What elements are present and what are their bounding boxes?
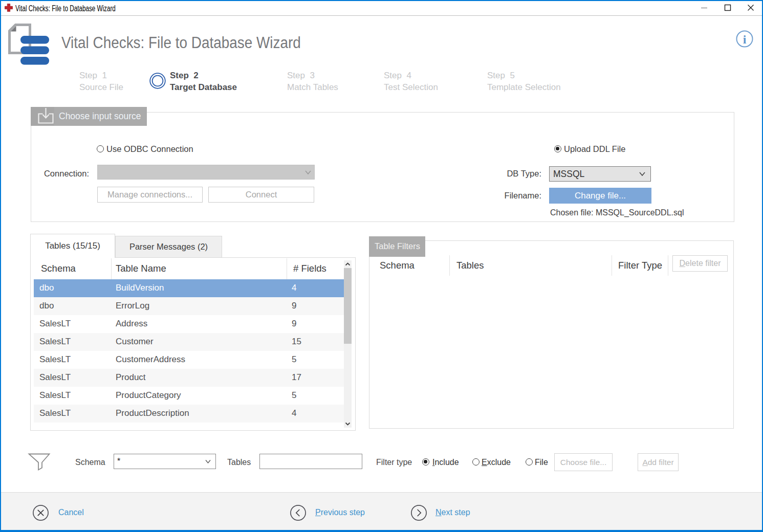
svg-text:i: i [743,33,747,46]
